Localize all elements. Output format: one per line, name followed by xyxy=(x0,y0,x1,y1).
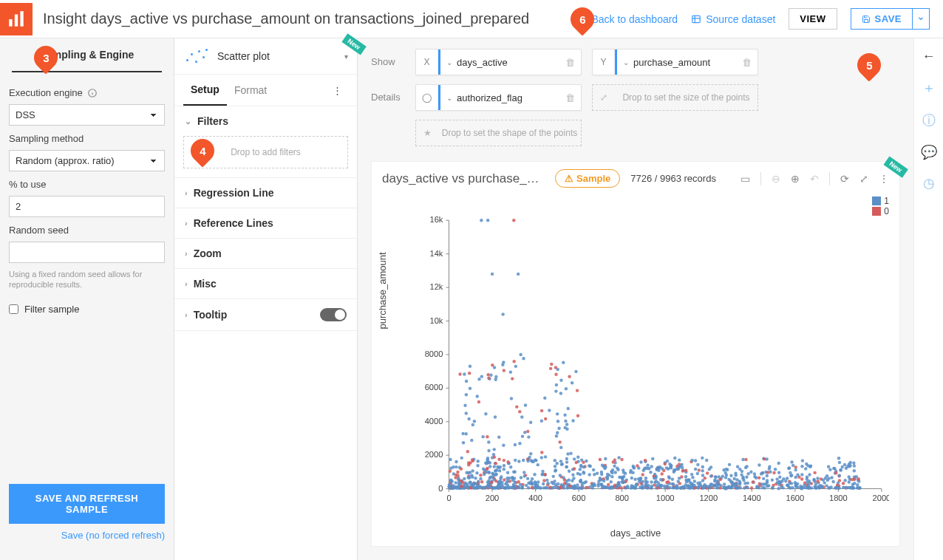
size-dropzone[interactable]: ⤢ Drop to set the size of the points xyxy=(592,84,758,111)
acc-misc[interactable]: ›Misc xyxy=(174,269,357,298)
save-icon xyxy=(862,15,871,24)
tab-format[interactable]: Format xyxy=(227,75,274,105)
svg-point-909 xyxy=(729,486,732,489)
svg-point-933 xyxy=(460,485,463,488)
svg-point-960 xyxy=(477,378,480,380)
svg-text:12k: 12k xyxy=(430,282,443,291)
refresh-icon[interactable]: ⟳ xyxy=(840,173,849,185)
svg-point-267 xyxy=(479,477,482,480)
svg-point-1009 xyxy=(566,452,569,455)
svg-point-302 xyxy=(488,471,491,474)
svg-point-1067 xyxy=(480,219,483,222)
view-button[interactable]: VIEW xyxy=(789,8,837,30)
color-slot[interactable]: ◯ ⌄authorized_flag 🗑 xyxy=(415,84,582,111)
trash-icon[interactable]: 🗑 xyxy=(559,57,581,68)
svg-point-1004 xyxy=(469,387,472,390)
svg-point-944 xyxy=(671,482,674,485)
select-tool-icon[interactable]: ▭ xyxy=(741,173,750,185)
svg-point-1206 xyxy=(814,486,817,489)
save-refresh-button[interactable]: SAVE AND REFRESH SAMPLE xyxy=(9,484,165,524)
svg-point-1069 xyxy=(512,219,515,222)
acc-tooltip[interactable]: ›Tooltip xyxy=(174,299,357,330)
svg-point-1078 xyxy=(848,464,851,467)
acc-regression-line[interactable]: ›Regression Line xyxy=(174,178,357,208)
save-no-refresh-link[interactable]: Save (no forced refresh) xyxy=(9,530,165,541)
svg-point-1248 xyxy=(837,474,840,477)
svg-point-796 xyxy=(667,480,670,483)
svg-point-1192 xyxy=(800,465,803,468)
acc-filters[interactable]: ⌄Filters xyxy=(174,106,357,136)
zoom-in-icon[interactable]: ⊕ xyxy=(791,173,800,185)
x-slot[interactable]: X ⌄days_active 🗑 xyxy=(415,49,582,75)
trash-icon[interactable]: 🗑 xyxy=(735,57,758,68)
acc-reference-lines[interactable]: ›Reference Lines xyxy=(174,208,357,238)
fullscreen-icon[interactable]: ⤢ xyxy=(859,173,868,185)
sample-badge[interactable]: ⚠Sample xyxy=(555,169,620,188)
svg-point-1049 xyxy=(469,365,472,368)
svg-point-1075 xyxy=(766,479,769,482)
collapse-icon[interactable]: ← xyxy=(922,49,936,64)
y-slot[interactable]: Y ⌄purchase_amount 🗑 xyxy=(592,49,758,75)
zoom-out-icon[interactable]: ⊖ xyxy=(772,173,780,185)
acc-zoom[interactable]: ›Zoom xyxy=(174,239,357,268)
svg-point-1193 xyxy=(727,478,730,481)
svg-point-989 xyxy=(549,367,552,370)
svg-point-810 xyxy=(665,466,668,469)
filter-sample-row[interactable]: Filter sample xyxy=(9,304,165,315)
sampling-method-select[interactable]: Random (approx. ratio) xyxy=(9,150,165,171)
tab-setup[interactable]: Setup xyxy=(183,75,227,106)
svg-point-903 xyxy=(766,485,769,488)
svg-point-966 xyxy=(548,409,551,412)
svg-point-424 xyxy=(790,460,793,463)
info-icon[interactable]: ⓘ xyxy=(922,112,936,129)
scatter-plot[interactable]: 0200040006000800010k12k14k16k 0200400600… xyxy=(412,201,889,523)
page-title: Insight days_active vs purchase_amount o… xyxy=(43,10,576,27)
svg-point-76 xyxy=(694,459,697,462)
svg-point-648 xyxy=(460,457,463,460)
svg-point-976 xyxy=(517,460,520,462)
svg-point-826 xyxy=(610,480,613,483)
tooltip-toggle[interactable] xyxy=(320,308,347,321)
comments-icon[interactable]: 💬 xyxy=(921,144,937,160)
history-icon[interactable]: ◷ xyxy=(923,175,935,191)
record-count: 7726 / 9963 records xyxy=(630,173,716,184)
svg-rect-3 xyxy=(692,16,701,22)
svg-point-679 xyxy=(551,486,554,489)
source-dataset-link[interactable]: Source dataset xyxy=(691,13,775,25)
save-dropdown-button[interactable] xyxy=(913,8,930,30)
exec-engine-label: Execution engine xyxy=(9,87,165,98)
svg-point-1235 xyxy=(794,465,797,468)
svg-point-952 xyxy=(565,387,568,390)
svg-point-664 xyxy=(607,483,610,486)
svg-point-626 xyxy=(563,482,566,485)
trash-icon[interactable]: 🗑 xyxy=(559,92,581,103)
svg-point-949 xyxy=(526,430,529,433)
svg-point-1018 xyxy=(506,460,509,463)
svg-point-1059 xyxy=(554,373,557,376)
more-menu-button[interactable]: ⋮ xyxy=(327,79,348,102)
svg-point-651 xyxy=(670,466,673,469)
svg-point-1199 xyxy=(694,468,697,471)
app-logo[interactable] xyxy=(0,3,33,35)
svg-point-1044 xyxy=(527,435,530,438)
filter-sample-checkbox[interactable] xyxy=(9,304,18,314)
more-icon[interactable]: ⋮ xyxy=(879,173,889,185)
seed-input[interactable] xyxy=(9,242,165,263)
exec-engine-select[interactable]: DSS xyxy=(9,104,165,126)
pct-input[interactable] xyxy=(9,196,165,217)
svg-point-1074 xyxy=(841,465,844,468)
svg-point-1026 xyxy=(461,432,464,435)
svg-point-1048 xyxy=(555,383,558,386)
svg-point-880 xyxy=(455,481,457,484)
svg-point-1130 xyxy=(780,479,783,482)
chart-type-selector[interactable]: Scatter plot ▾ New xyxy=(174,38,357,75)
save-button[interactable]: SAVE xyxy=(851,8,913,30)
svg-point-907 xyxy=(788,482,791,485)
info-icon[interactable] xyxy=(87,88,98,98)
add-icon[interactable]: ＋ xyxy=(922,79,936,97)
undo-icon[interactable]: ↶ xyxy=(810,173,819,185)
svg-point-1022 xyxy=(481,435,484,438)
shape-dropzone[interactable]: ★ Drop to set the shape of the points xyxy=(415,120,582,146)
svg-point-866 xyxy=(497,485,500,488)
svg-point-447 xyxy=(771,478,774,481)
